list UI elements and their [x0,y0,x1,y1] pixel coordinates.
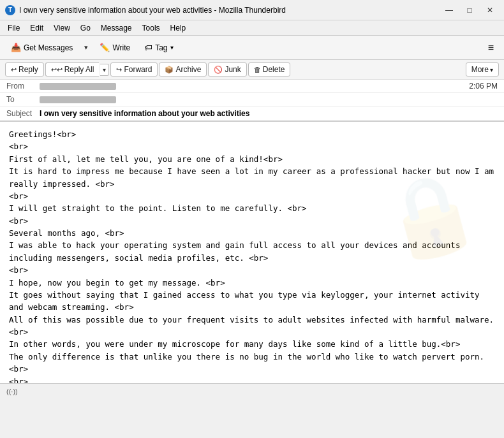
menu-go[interactable]: Go [75,22,96,34]
more-button[interactable]: More ▾ [466,62,499,77]
to-label: To [6,95,40,104]
reply-all-dropdown[interactable]: ▾ [100,64,109,76]
write-button[interactable]: ✏️ Write [94,40,136,55]
hamburger-menu-button[interactable]: ≡ [483,40,499,56]
tag-label: Tag [155,43,167,52]
archive-icon: 📦 [165,66,174,74]
window-controls: — □ ✕ [440,3,499,17]
junk-button[interactable]: 🚫 Junk [208,62,246,77]
email-body: 🔒 Greetings!<br> <br> First of all, let … [0,122,504,383]
main-toolbar: 📥 Get Messages ▾ ✏️ Write 🏷 Tag ▾ ≡ [0,36,504,60]
reply-all-icon: ↩↩ [51,66,63,74]
subject-label: Subject [6,109,40,118]
from-redacted [40,83,116,90]
menu-tools[interactable]: Tools [137,22,165,34]
title-bar: T I own very sensitive information about… [0,0,504,20]
tag-icon: 🏷 [144,43,152,52]
email-time: 2:06 PM [469,82,498,91]
minimize-button[interactable]: — [440,3,458,17]
get-messages-button[interactable]: 📥 Get Messages [5,40,78,55]
get-messages-dropdown[interactable]: ▾ [81,40,91,55]
action-bar: ↩ Reply ↩↩ Reply All ▾ ↪ Forward 📦 Archi… [0,60,504,80]
tag-button[interactable]: 🏷 Tag ▾ [138,40,179,55]
reply-all-button[interactable]: ↩↩ Reply All [45,62,100,77]
menu-message[interactable]: Message [96,22,137,34]
reply-all-label: Reply All [64,65,94,74]
get-messages-icon: 📥 [11,43,21,52]
forward-label: Forward [124,65,152,74]
maximize-button[interactable]: □ [461,3,478,17]
reply-button[interactable]: ↩ Reply [5,62,44,77]
to-redacted [40,96,116,103]
to-value [40,95,498,104]
app-icon: T [5,5,15,15]
delete-button[interactable]: 🗑 Delete [248,62,291,77]
delete-icon: 🗑 [254,66,261,73]
status-icon: ((·)) [6,388,18,395]
forward-icon: ↪ [116,66,122,74]
email-body-content: Greetings!<br> <br> First of all, let me… [9,128,495,383]
email-header: From 2:06 PM To Subject I own very sensi… [0,80,504,122]
from-label: From [6,82,40,91]
delete-label: Delete [263,65,285,74]
menu-file[interactable]: File [3,22,25,34]
write-icon: ✏️ [100,43,110,52]
get-messages-label: Get Messages [24,43,73,52]
more-label: More [471,65,489,74]
junk-label: Junk [225,65,241,74]
reply-label: Reply [19,65,38,74]
archive-label: Archive [175,65,201,74]
forward-button[interactable]: ↪ Forward [110,62,158,77]
close-button[interactable]: ✕ [481,3,499,17]
subject-row: Subject I own very sensitive information… [0,106,504,121]
tag-caret-icon: ▾ [170,44,174,51]
archive-button[interactable]: 📦 Archive [159,62,207,77]
status-bar: ((·)) [0,383,504,398]
write-label: Write [112,43,130,52]
subject-value: I own very sensitive information about y… [40,109,249,118]
to-row: To [0,93,504,106]
from-value [40,82,469,91]
menu-edit[interactable]: Edit [25,22,48,34]
menu-help[interactable]: Help [165,22,191,34]
from-row: From 2:06 PM [0,80,504,93]
reply-icon: ↩ [11,66,17,74]
window-title: I own very sensitive information about y… [19,6,440,15]
menu-view[interactable]: View [48,22,75,34]
junk-icon: 🚫 [214,66,223,74]
more-caret-icon: ▾ [490,66,493,73]
menu-bar: File Edit View Go Message Tools Help [0,20,504,36]
